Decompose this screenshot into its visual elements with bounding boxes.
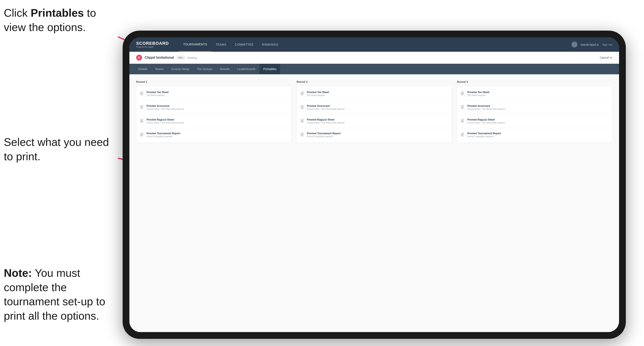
document-icon (300, 105, 305, 110)
print-item-title-r1-4: Preview Tournament Report (146, 132, 180, 135)
annotation-top: Click Printables to view the options. (4, 6, 114, 34)
print-item-r3-2[interactable]: Preview ScorecardCourse setup + Tee Shee… (460, 103, 609, 112)
tab-tee-groups[interactable]: Tee Groups (193, 64, 216, 74)
tablet-frame: SCOREBOARD Powered by clippd TOURNAMENTS… (123, 31, 626, 339)
document-icon (460, 132, 465, 138)
print-item-sub-r2-2: Course setup + Tee Sheet data required (307, 108, 344, 110)
nav-links: TOURNAMENTS TEAMS COMMITTEE RANKINGS (179, 37, 571, 52)
print-item-title-r2-1: Preview Tee Sheet (307, 91, 329, 94)
nav-rankings[interactable]: RANKINGS (258, 37, 282, 52)
divider (140, 114, 288, 114)
print-item-r1-1[interactable]: Preview Tee SheetTee Sheet required (140, 90, 288, 98)
rounds-grid: Round 1 Preview Tee SheetTee Sheet requi… (136, 80, 612, 143)
app-container: SCOREBOARD Powered by clippd TOURNAMENTS… (130, 37, 619, 332)
sub-nav: Details Teams Course Setup Tee Groups Re… (130, 64, 619, 74)
document-icon (460, 119, 465, 124)
print-item-sub-r3-2: Course setup + Tee Sheet data required (467, 108, 505, 110)
print-item-title-r3-4: Preview Tournament Report (467, 132, 501, 135)
tournament-header: C Clippd Invitational Men Hosting Cancel… (130, 52, 619, 64)
main-content: Round 1 Preview Tee SheetTee Sheet requi… (130, 74, 619, 332)
print-item-sub-r2-3: Course setup + Tee Sheet data required (307, 122, 344, 124)
print-item-sub-r1-4: Round Completion required (146, 135, 180, 138)
tournament-title-row: C Clippd Invitational Men Hosting (136, 55, 197, 61)
round-column-2: Round 2 Preview Tee SheetTee Sheet requi… (297, 80, 452, 143)
document-icon (300, 91, 305, 97)
round-column-3: Round 3 Preview Tee SheetTee Sheet requi… (457, 80, 612, 143)
nav-avatar (572, 42, 578, 47)
print-item-title-r1-2: Preview Scorecard (146, 105, 184, 107)
print-item-title-r2-4: Preview Tournament Report (307, 132, 340, 135)
printables-bold: Printables (31, 7, 84, 19)
print-item-sub-r3-3: Course setup + Tee Sheet data required (467, 122, 505, 124)
brand-subtitle: Powered by clippd (136, 46, 169, 48)
document-icon (140, 132, 144, 138)
print-item-title-r3-3: Preview Raguzzi Sheet (467, 118, 505, 121)
print-item-r2-3[interactable]: Preview Raguzzi SheetCourse setup + Tee … (300, 117, 448, 125)
nav-teams[interactable]: TEAMS (212, 37, 231, 52)
print-item-sub-r2-1: Tee Sheet required (307, 94, 329, 96)
print-item-r1-4[interactable]: Preview Tournament ReportRound Completio… (140, 131, 288, 139)
print-item-sub-r1-3: Course setup + Tee Sheet data required (146, 122, 184, 124)
tab-results[interactable]: Results (216, 64, 234, 74)
top-nav: SCOREBOARD Powered by clippd TOURNAMENTS… (130, 37, 619, 52)
print-item-sub-r3-1: Tee Sheet required (467, 94, 490, 96)
divider (460, 128, 609, 128)
divider (140, 128, 288, 128)
tablet-screen: SCOREBOARD Powered by clippd TOURNAMENTS… (130, 37, 619, 332)
tournament-status: Hosting (187, 56, 197, 59)
tournament-name: Clippd Invitational (144, 56, 174, 59)
document-icon (140, 119, 144, 124)
print-item-title-r1-1: Preview Tee Sheet (146, 91, 169, 94)
tab-leaderboards[interactable]: Leaderboards (234, 64, 260, 74)
nav-right: blair@clippd.io Sign out (572, 42, 612, 47)
note-bold: Note: (4, 267, 32, 279)
tab-details[interactable]: Details (134, 64, 151, 74)
brand-title: SCOREBOARD (136, 41, 169, 46)
print-item-title-r1-3: Preview Raguzzi Sheet (146, 118, 184, 121)
print-item-sub-r1-1: Tee Sheet required (146, 94, 169, 96)
cancel-x-icon: ✕ (610, 56, 612, 59)
print-item-r3-1[interactable]: Preview Tee SheetTee Sheet required (460, 90, 609, 98)
round-label-1: Round 1 (136, 80, 292, 83)
round-column-1: Round 1 Preview Tee SheetTee Sheet requi… (136, 80, 292, 143)
document-icon (300, 132, 305, 138)
print-item-title-r3-1: Preview Tee Sheet (467, 91, 490, 94)
nav-tournaments[interactable]: TOURNAMENTS (179, 37, 211, 52)
document-icon (140, 91, 144, 97)
round-card-2: Preview Tee SheetTee Sheet required Prev… (297, 86, 452, 143)
print-item-r2-2[interactable]: Preview ScorecardCourse setup + Tee Shee… (300, 103, 448, 112)
nav-committee[interactable]: COMMITTEE (231, 37, 258, 52)
print-item-sub-r3-4: Round Completion required (467, 135, 501, 138)
tournament-logo: C (136, 55, 142, 61)
tab-printables[interactable]: Printables (260, 64, 280, 74)
divider (300, 114, 448, 114)
document-icon (460, 91, 465, 97)
tab-teams[interactable]: Teams (151, 64, 168, 74)
print-item-r2-4[interactable]: Preview Tournament ReportRound Completio… (300, 131, 448, 139)
round-label-2: Round 2 (297, 80, 452, 83)
sign-out-link[interactable]: Sign out (602, 43, 612, 46)
print-item-r1-3[interactable]: Preview Raguzzi SheetCourse setup + Tee … (140, 117, 288, 125)
round-card-3: Preview Tee SheetTee Sheet required Prev… (457, 86, 612, 143)
divider (460, 114, 609, 114)
print-item-title-r2-2: Preview Scorecard (307, 105, 344, 107)
user-email: blair@clippd.io (581, 43, 599, 46)
print-item-r2-1[interactable]: Preview Tee SheetTee Sheet required (300, 90, 448, 98)
document-icon (140, 105, 144, 110)
print-item-r3-4[interactable]: Preview Tournament ReportRound Completio… (460, 131, 609, 139)
annotation-middle: Select what you need to print. (4, 135, 110, 164)
cancel-button[interactable]: Cancel ✕ (600, 56, 612, 59)
annotation-bottom: Note: You must complete the tournament s… (4, 266, 118, 323)
tab-course-setup[interactable]: Course Setup (168, 64, 193, 74)
round-label-3: Round 3 (457, 80, 612, 83)
print-item-title-r3-2: Preview Scorecard (467, 105, 505, 107)
print-item-sub-r1-2: Course setup + Tee Sheet data required (146, 108, 184, 110)
document-icon (300, 119, 305, 124)
print-item-r1-2[interactable]: Preview ScorecardCourse setup + Tee Shee… (140, 103, 288, 112)
print-item-r3-3[interactable]: Preview Raguzzi SheetCourse setup + Tee … (460, 117, 609, 125)
brand: SCOREBOARD Powered by clippd (136, 41, 169, 48)
print-item-sub-r2-4: Round Completion required (307, 135, 340, 138)
divider (300, 128, 448, 128)
print-item-title-r2-3: Preview Raguzzi Sheet (307, 118, 344, 121)
document-icon (460, 105, 465, 110)
